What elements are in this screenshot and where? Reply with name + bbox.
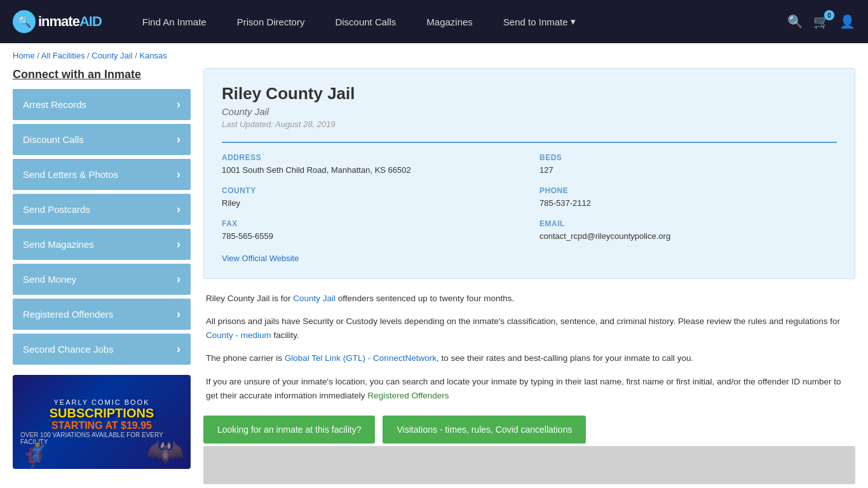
facility-description: Riley County Jail is for County Jail off… bbox=[203, 292, 855, 403]
chevron-icon: › bbox=[177, 342, 180, 356]
cart-badge: 0 bbox=[824, 10, 834, 20]
facility-card: Riley County Jail County Jail Last Updat… bbox=[203, 68, 855, 279]
detail-address: ADDRESS 1001 South Seth Child Road, Manh… bbox=[222, 153, 519, 176]
content-area: Riley County Jail County Jail Last Updat… bbox=[203, 68, 855, 484]
description-p4: If you are unsure of your inmate's locat… bbox=[206, 375, 853, 403]
breadcrumb-all-facilities[interactable]: All Facilities bbox=[41, 51, 85, 60]
chevron-icon: › bbox=[177, 238, 180, 251]
detail-beds: BEDS 127 bbox=[539, 153, 837, 176]
nav-prison-directory[interactable]: Prison Directory bbox=[222, 0, 320, 43]
sidebar: Connect with an Inmate Arrest Records › … bbox=[13, 68, 191, 484]
nav-right: 🔍 🛒 0 👤 bbox=[787, 14, 855, 29]
logo-icon: 🔍 bbox=[13, 10, 36, 33]
sidebar-title: Connect with an Inmate bbox=[13, 68, 191, 81]
chevron-icon: › bbox=[177, 273, 180, 286]
sidebar-item-send-money[interactable]: Send Money › bbox=[13, 264, 191, 295]
facility-name: Riley County Jail bbox=[222, 84, 837, 104]
logo[interactable]: 🔍 inmateAID bbox=[13, 10, 102, 33]
nav-links: Find An Inmate Prison Directory Discount… bbox=[127, 0, 787, 43]
ad-hero-icon: 🦸 bbox=[19, 439, 51, 469]
chevron-icon: › bbox=[177, 98, 180, 111]
main-nav: 🔍 inmateAID Find An Inmate Prison Direct… bbox=[0, 0, 868, 43]
sidebar-item-send-magazines[interactable]: Send Magazines › bbox=[13, 229, 191, 260]
sidebar-item-discount-calls[interactable]: Discount Calls › bbox=[13, 124, 191, 155]
sidebar-advertisement[interactable]: 🦸 YEARLY COMIC BOOK SUBSCRIPTIONS STARTI… bbox=[13, 375, 191, 469]
dropdown-arrow-icon: ▾ bbox=[571, 16, 576, 27]
main-container: Connect with an Inmate Arrest Records › … bbox=[0, 68, 868, 484]
chevron-icon: › bbox=[177, 133, 180, 146]
user-icon[interactable]: 👤 bbox=[839, 14, 855, 29]
county-jail-link[interactable]: County Jail bbox=[293, 294, 336, 303]
facility-type: County Jail bbox=[222, 106, 837, 117]
nav-discount-calls[interactable]: Discount Calls bbox=[320, 0, 411, 43]
facility-details: ADDRESS 1001 South Seth Child Road, Manh… bbox=[222, 142, 837, 263]
gtl-link[interactable]: Global Tel Link (GTL) - ConnectNetwork bbox=[285, 353, 437, 363]
cart-icon[interactable]: 🛒 0 bbox=[813, 14, 829, 29]
nav-find-inmate[interactable]: Find An Inmate bbox=[127, 0, 222, 43]
nav-send-to-inmate[interactable]: Send to Inmate ▾ bbox=[488, 0, 591, 43]
bottom-buttons: Looking for an inmate at this facility? … bbox=[203, 416, 855, 444]
detail-website: View Official Website bbox=[222, 253, 519, 263]
detail-county: COUNTY Riley bbox=[222, 186, 519, 209]
ad-batman-icon: 🦇 bbox=[146, 433, 184, 469]
nav-magazines[interactable]: Magazines bbox=[411, 0, 488, 43]
logo-text: inmateAID bbox=[38, 13, 102, 30]
looking-for-inmate-button[interactable]: Looking for an inmate at this facility? bbox=[203, 416, 375, 444]
sidebar-item-send-postcards[interactable]: Send Postcards › bbox=[13, 194, 191, 225]
detail-phone: PHONE 785-537-2112 bbox=[539, 186, 837, 209]
description-p3: The phone carrier is Global Tel Link (GT… bbox=[206, 351, 853, 365]
facility-last-updated: Last Updated: August 28, 2019 bbox=[222, 119, 837, 129]
breadcrumb-county-jail[interactable]: County Jail bbox=[92, 51, 132, 60]
chevron-icon: › bbox=[177, 203, 180, 216]
county-medium-link[interactable]: County - medium bbox=[206, 330, 271, 340]
breadcrumb-home[interactable]: Home bbox=[13, 51, 35, 60]
ad-line2: SUBSCRIPTIONS bbox=[50, 406, 154, 420]
sidebar-item-second-chance-jobs[interactable]: Second Chance Jobs › bbox=[13, 334, 191, 365]
description-p2: All prisons and jails have Security or C… bbox=[206, 315, 853, 343]
gray-placeholder-area bbox=[203, 446, 855, 484]
chevron-icon: › bbox=[177, 168, 180, 181]
ad-line1: YEARLY COMIC BOOK bbox=[54, 398, 150, 406]
search-icon[interactable]: 🔍 bbox=[787, 14, 803, 29]
breadcrumb-kansas[interactable]: Kansas bbox=[139, 51, 166, 60]
breadcrumb: Home / All Facilities / County Jail / Ka… bbox=[0, 43, 868, 68]
registered-offenders-link[interactable]: Registered Offenders bbox=[367, 391, 449, 400]
official-website-link[interactable]: View Official Website bbox=[222, 254, 299, 263]
description-p1: Riley County Jail is for County Jail off… bbox=[206, 292, 853, 306]
sidebar-item-registered-offenders[interactable]: Registered Offenders › bbox=[13, 299, 191, 330]
sidebar-item-arrest-records[interactable]: Arrest Records › bbox=[13, 89, 191, 120]
detail-email: EMAIL contact_rcpd@rileycountypolice.org bbox=[539, 219, 837, 242]
ad-line3: STARTING AT $19.95 bbox=[51, 420, 152, 431]
sidebar-item-send-letters[interactable]: Send Letters & Photos › bbox=[13, 159, 191, 190]
visitations-button[interactable]: Visitations - times, rules, Covid cancel… bbox=[383, 416, 586, 444]
chevron-icon: › bbox=[177, 308, 180, 321]
detail-fax: FAX 785-565-6559 bbox=[222, 219, 519, 242]
